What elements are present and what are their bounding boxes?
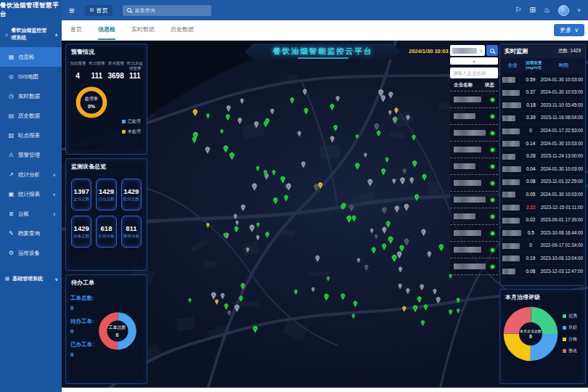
sidebar-item[interactable]: ⚠ 预警管理	[0, 145, 62, 165]
table-row[interactable]: 0.02 2023-09-01 17:39:00	[500, 213, 585, 226]
workorder-stat-value: 0	[70, 351, 94, 358]
table-row[interactable]: 0.37 2024-01-30 10:03:00	[500, 86, 585, 99]
home-breadcrumb[interactable]: ⊞ 首页	[85, 5, 113, 16]
online-status-dot	[491, 131, 494, 135]
sidebar-base-system[interactable]: ⊞ 基础管理系统 ∨	[0, 269, 62, 288]
sidebar-item[interactable]: ≣ 台账 ∨	[0, 204, 62, 224]
stat-card[interactable]: 1429 设备总数	[71, 216, 91, 248]
enterprise-list: 企业名称 状态	[450, 80, 498, 275]
page-tab[interactable]: 历史数据 ×	[171, 20, 194, 40]
stat-card-value: 618	[101, 224, 113, 232]
sidebar-item[interactable]: ◎ GIS地图	[0, 67, 62, 86]
workorder-stat-label: 工单总数:	[70, 295, 94, 302]
redacted-text	[454, 113, 475, 119]
redacted-text	[502, 128, 520, 134]
tab-label: 首页	[70, 25, 82, 33]
table-row[interactable]: 0.39 2023-11-16 08:04:00	[500, 112, 585, 125]
table-row[interactable]: 0.28 2023-11-24 13:00:00	[500, 150, 585, 163]
redacted-text	[502, 230, 521, 236]
stat-card[interactable]: 1397 企业总数	[71, 179, 91, 211]
enterprise-list-item[interactable]	[450, 125, 498, 142]
enterprise-list-item[interactable]	[450, 242, 498, 258]
table-row[interactable]: 0.5 2023-10-06 16:44:00	[500, 226, 585, 240]
sidebar-item[interactable]: ✎ 档案查询	[0, 224, 62, 243]
density-value-cell: 0.28	[521, 153, 541, 158]
enterprise-list-item[interactable]	[450, 225, 498, 242]
chevron-up-icon: ∧	[54, 32, 58, 37]
stat-card[interactable]: 1429 点位总数	[96, 179, 116, 211]
collapse-toggle[interactable]: ∧	[450, 57, 498, 65]
enterprise-name-input[interactable]	[450, 68, 498, 78]
menu-search-box[interactable]	[123, 5, 211, 16]
more-button[interactable]: 更多 ∨	[554, 24, 584, 36]
sidebar-item[interactable]: ◷ 实时数据	[0, 86, 62, 106]
stat-label: 本月预警	[107, 61, 125, 71]
table-row[interactable]: 0.08 2023-12-03 12:47:00	[500, 265, 585, 278]
user-avatar[interactable]	[558, 5, 569, 16]
enterprise-list-item[interactable]	[450, 158, 498, 175]
table-row[interactable]: 0.14 2024-01-30 10:03:00	[500, 137, 585, 150]
online-status-dot	[491, 248, 494, 252]
enterprise-list-item[interactable]	[450, 208, 498, 225]
time-cell: 2023-12-03 12:47:00	[541, 269, 583, 274]
col-density: 油烟浓度 (mg/m3)	[523, 60, 544, 71]
enterprise-list-item[interactable]	[450, 175, 498, 192]
sidebar-item[interactable]: ▤ 历史数据	[0, 106, 62, 126]
company-name-cell	[502, 251, 520, 264]
notice-icon[interactable]: ⚐	[515, 7, 522, 14]
sidebar-system-header[interactable]: ⌂ 餐饮油烟监控管理系统 ∧	[0, 20, 62, 47]
time-cell: 2024-01-30 10:03:00	[541, 166, 583, 171]
sidebar-item-icon: ▣	[8, 191, 15, 197]
table-row[interactable]: 0.08 2023-11-01 22:25:00	[500, 176, 585, 189]
legend-label: 整改	[568, 348, 577, 354]
menu-search-input[interactable]	[134, 8, 207, 13]
redacted-text	[454, 213, 475, 219]
time-cell: 2023-11-01 22:25:00	[541, 179, 583, 184]
panel-title: 监测设备总览	[66, 159, 147, 173]
density-value-cell: 0.08	[520, 269, 540, 274]
chevron-down-icon[interactable]: ∨	[577, 7, 581, 13]
page-tab[interactable]: 信息检 ×	[98, 20, 115, 40]
sidebar-item[interactable]: ▣ 统计报表 ∨	[0, 184, 62, 204]
sidebar-item[interactable]: ⚙ 运维设备	[0, 243, 62, 263]
enterprise-select[interactable]: ∨	[450, 45, 485, 56]
warning-stat: 昨日未处理预警 111	[126, 61, 144, 80]
enterprise-list-item[interactable]	[450, 91, 498, 108]
sidebar-item-label: 统计报表	[18, 191, 40, 198]
table-row[interactable]: 2.22 2023-12-15 01:11:00	[500, 201, 585, 214]
enterprise-search-overlay: ∨ ∧ 企业名称 状态	[450, 45, 498, 275]
enterprise-list-item[interactable]	[450, 142, 498, 158]
search-icon	[127, 8, 131, 12]
table-row[interactable]: 0.05 2024-01-30 10:03:00	[500, 188, 585, 201]
page-tab[interactable]: 首页 ×	[70, 20, 82, 40]
redacted-text	[454, 180, 481, 186]
page-tab[interactable]: 实时数据 ×	[131, 20, 155, 40]
table-row[interactable]: 0 2024-01-17 22:53:00	[500, 124, 585, 137]
sidebar: ⌂ 餐饮油烟监控管理系统 ∧ ▦ 信息检 ◎ GIS地图 ◷ 实时数据 ▤ 历史…	[0, 20, 62, 392]
device-overview-panel: 监测设备总览 1397 企业总数 1429 点位总数 1429 机组总数 142…	[65, 158, 147, 271]
stat-card[interactable]: 811 离线设备	[121, 216, 142, 248]
sidebar-item[interactable]: ▥ 站点报表	[0, 126, 62, 145]
stat-card-label: 在线设备	[98, 234, 114, 239]
stat-card-value: 1397	[74, 187, 89, 195]
stat-card[interactable]: 618 在线设备	[96, 216, 116, 248]
enterprise-list-item[interactable]	[450, 192, 498, 208]
enterprise-list-item[interactable]	[450, 108, 498, 125]
table-row[interactable]: 0.19 2023-10-06 13:04:00	[500, 252, 585, 265]
table-row[interactable]: 0 2022-09-17 01:34:00	[500, 240, 585, 253]
legend-item: 优秀	[563, 313, 577, 319]
sidebar-item[interactable]: ↗ 统计分析 ∨	[0, 165, 62, 184]
alarm-icon[interactable]: ♨	[544, 7, 550, 14]
search-button[interactable]	[486, 45, 498, 56]
legend-swatch	[563, 326, 566, 330]
enterprise-list-item[interactable]	[450, 258, 498, 275]
donut-center-value: 0	[529, 334, 532, 339]
hamburger-menu-icon[interactable]: ≡	[69, 5, 75, 16]
table-row[interactable]: 0.18 2023-11-10 03:45:00	[500, 99, 585, 112]
stat-card[interactable]: 1429 机组总数	[121, 179, 142, 211]
apps-icon[interactable]: ⊞	[530, 7, 536, 14]
table-row[interactable]: 0.04 2024-01-30 10:03:00	[500, 163, 585, 176]
sidebar-item[interactable]: ▦ 信息检	[0, 47, 62, 67]
sidebar-item-label: 统计分析	[18, 171, 40, 179]
table-row[interactable]: 0.59 2024-01-30 10:03:00	[500, 73, 585, 86]
